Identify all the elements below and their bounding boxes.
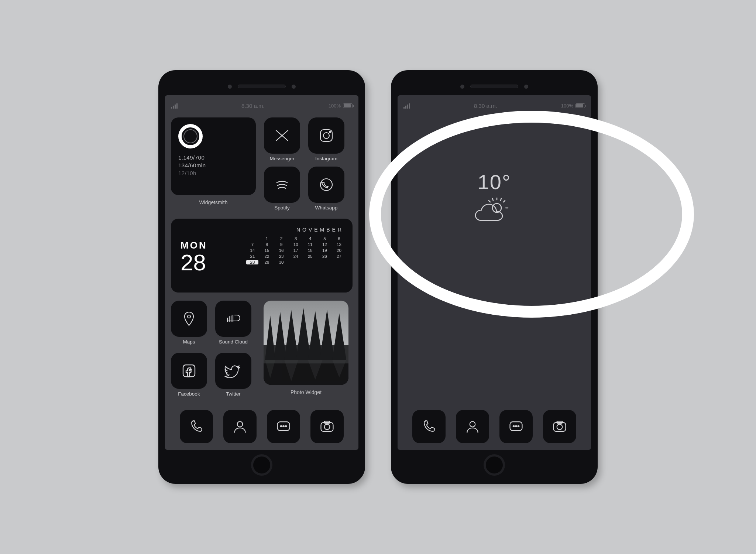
app-twitter[interactable]: Twitter bbox=[215, 353, 251, 397]
photo-widget[interactable] bbox=[264, 301, 348, 385]
calendar-day: 26 bbox=[319, 254, 331, 259]
app-spotify[interactable]: Spotify bbox=[264, 167, 300, 211]
dock-phone-icon[interactable] bbox=[412, 410, 446, 443]
maps-pin-icon[interactable] bbox=[171, 301, 207, 337]
activity-ring-icon bbox=[178, 124, 203, 148]
calendar-day: 2 bbox=[275, 236, 288, 241]
calendar-day: 24 bbox=[290, 254, 302, 259]
calendar-day: 29 bbox=[261, 260, 273, 264]
dock-contacts-icon[interactable] bbox=[456, 410, 489, 443]
svg-point-38 bbox=[515, 425, 517, 427]
calendar-day: 7 bbox=[246, 242, 258, 247]
svg-point-24 bbox=[285, 425, 287, 427]
calendar-day: 1 bbox=[261, 236, 273, 241]
svg-line-32 bbox=[489, 201, 490, 202]
status-right: 100% bbox=[561, 103, 585, 109]
app-whatsapp[interactable]: Whatsapp bbox=[308, 167, 344, 211]
speaker-slot-icon bbox=[238, 85, 286, 88]
phone-mock-left: 8.30 a.m. 100% 1.149/700 134/60min 12/10… bbox=[158, 70, 365, 484]
calendar-day: 11 bbox=[304, 242, 316, 247]
apps-top-right: Messenger Spotify bbox=[264, 117, 344, 211]
app-label: Twitter bbox=[226, 391, 241, 397]
calendar-widget[interactable]: MON 28 NOVEMBER 123456789101112131415161… bbox=[171, 219, 353, 293]
calendar-day: 22 bbox=[261, 254, 273, 259]
calendar-day: 9 bbox=[275, 242, 288, 247]
battery-pct: 100% bbox=[329, 103, 341, 109]
instagram-icon[interactable] bbox=[308, 117, 344, 154]
widgetsmith-widget[interactable]: 1.149/700 134/60min 12/10h bbox=[171, 117, 256, 195]
calendar-day: 23 bbox=[275, 254, 288, 259]
dock-camera-icon[interactable] bbox=[543, 410, 576, 443]
app-instagram[interactable]: Instagram bbox=[308, 117, 344, 161]
svg-point-2 bbox=[329, 131, 331, 133]
calendar-day: 19 bbox=[319, 248, 331, 253]
svg-point-35 bbox=[470, 421, 475, 427]
widgetsmith-item[interactable]: 1.149/700 134/60min 12/10h Widgetsmith bbox=[171, 117, 256, 211]
app-label: Sound Cloud bbox=[219, 339, 248, 345]
calendar-day: 3 bbox=[290, 236, 302, 241]
dock bbox=[403, 410, 585, 443]
camera-dot-icon bbox=[228, 85, 232, 89]
app-label: Facebook bbox=[178, 391, 200, 397]
calendar-day: 6 bbox=[333, 236, 345, 241]
svg-point-22 bbox=[281, 425, 282, 427]
battery-icon bbox=[343, 103, 353, 108]
widgetsmith-stats: 1.149/700 134/60min 12/10h bbox=[178, 154, 248, 176]
calendar-day: 4 bbox=[304, 236, 316, 241]
signal-icon bbox=[403, 103, 410, 109]
twitter-icon[interactable] bbox=[215, 353, 251, 389]
home-screen-2: 8.30 a.m. 100% 10° bbox=[398, 95, 591, 450]
dock-phone-icon[interactable] bbox=[180, 410, 213, 443]
svg-point-37 bbox=[513, 425, 515, 427]
row-1: 1.149/700 134/60min 12/10h Widgetsmith bbox=[171, 117, 353, 211]
app-soundcloud[interactable]: Sound Cloud bbox=[215, 301, 251, 345]
app-label: Maps bbox=[183, 339, 195, 345]
calendar-day: 8 bbox=[261, 242, 273, 247]
spotify-icon[interactable] bbox=[264, 167, 300, 203]
camera-dot-icon bbox=[460, 85, 464, 89]
soundcloud-icon[interactable] bbox=[215, 301, 251, 337]
ws-line-2: 134/60min bbox=[178, 162, 248, 168]
photo-widget-item[interactable]: Photo Widget bbox=[260, 301, 353, 397]
weather-widget[interactable]: 10° bbox=[403, 111, 585, 405]
calendar-left: MON 28 bbox=[181, 227, 246, 287]
calendar-day: 27 bbox=[333, 254, 345, 259]
app-label: Messenger bbox=[270, 156, 295, 161]
calendar-grid: 1234567891011121314151617181920212223242… bbox=[246, 236, 345, 264]
facebook-icon[interactable] bbox=[171, 353, 207, 389]
home-button[interactable] bbox=[484, 454, 505, 476]
forest-photo-icon bbox=[264, 301, 348, 385]
home-screen: 8.30 a.m. 100% 1.149/700 134/60min 12/10… bbox=[165, 95, 358, 450]
calendar-day: 30 bbox=[275, 260, 288, 264]
dock-messages-icon[interactable] bbox=[499, 410, 533, 443]
svg-point-39 bbox=[518, 425, 519, 427]
status-right: 100% bbox=[329, 103, 353, 109]
phone-mock-right: 8.30 a.m. 100% 10° bbox=[391, 70, 598, 484]
svg-point-4 bbox=[188, 315, 190, 318]
messenger-icon[interactable] bbox=[264, 117, 300, 154]
home-grid: 1.149/700 134/60min 12/10h Widgetsmith bbox=[171, 117, 353, 405]
status-time: 8.30 a.m. bbox=[178, 103, 329, 109]
calendar-day: 25 bbox=[304, 254, 316, 259]
svg-point-1 bbox=[323, 133, 329, 138]
svg-line-30 bbox=[504, 201, 505, 202]
dock-messages-icon[interactable] bbox=[267, 410, 300, 443]
signal-icon bbox=[171, 103, 178, 109]
calendar-day: 28 bbox=[246, 260, 258, 264]
svg-point-23 bbox=[283, 425, 284, 427]
app-maps[interactable]: Maps bbox=[171, 301, 207, 345]
home-button[interactable] bbox=[251, 454, 272, 476]
svg-point-41 bbox=[557, 424, 563, 430]
whatsapp-icon[interactable] bbox=[308, 167, 344, 203]
dock-camera-icon[interactable] bbox=[310, 410, 344, 443]
app-messenger[interactable]: Messenger bbox=[264, 117, 300, 161]
ws-line-3: 12/10h bbox=[178, 170, 248, 176]
dock-contacts-icon[interactable] bbox=[223, 410, 257, 443]
calendar-day: 12 bbox=[319, 242, 331, 247]
calendar-day: 13 bbox=[333, 242, 345, 247]
app-facebook[interactable]: Facebook bbox=[171, 353, 207, 397]
calendar-day: 21 bbox=[246, 254, 258, 259]
dock bbox=[171, 410, 353, 443]
svg-line-33 bbox=[492, 198, 493, 201]
svg-point-20 bbox=[237, 421, 243, 427]
